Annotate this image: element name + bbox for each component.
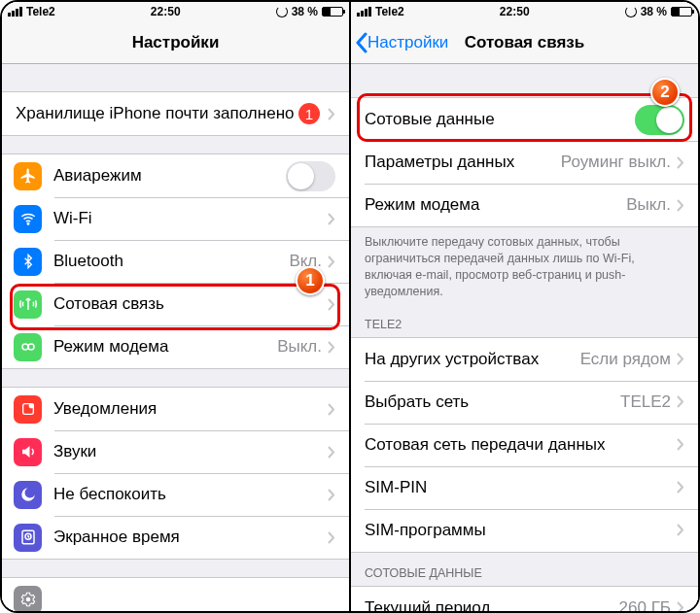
- back-label: Настройки: [368, 33, 448, 52]
- chevron-right-icon: [328, 341, 335, 354]
- chevron-right-icon: [328, 108, 335, 120]
- dnd-icon: [14, 481, 42, 509]
- svg-point-4: [28, 403, 33, 408]
- row-label: Bluetooth: [53, 252, 289, 271]
- row-sim-pin[interactable]: SIM-PIN: [351, 466, 698, 509]
- row-выбрать-сеть[interactable]: Выбрать сетьTELE2: [351, 381, 698, 424]
- chevron-right-icon: [677, 395, 684, 408]
- row-detail: Выкл.: [277, 337, 322, 357]
- loading-icon: [625, 6, 637, 17]
- chevron-right-icon: [328, 298, 335, 311]
- row-звуки[interactable]: Звуки: [2, 430, 349, 473]
- row-label: Сотовые данные: [365, 110, 635, 129]
- battery-pct: 38 %: [641, 5, 667, 18]
- hotspot-icon: [14, 333, 42, 361]
- row-label: Параметры данных: [365, 153, 561, 172]
- clock: 22:50: [151, 5, 181, 18]
- row-label: На других устройствах: [365, 350, 580, 369]
- storage-warning-label: Хранилище iPhone почти заполнено: [16, 104, 298, 123]
- chevron-right-icon: [328, 531, 335, 544]
- row-уведомления[interactable]: Уведомления: [2, 388, 349, 430]
- row-авиарежим[interactable]: Авиарежим: [2, 154, 349, 197]
- row-режим-модема[interactable]: Режим модемаВыкл.: [2, 325, 349, 368]
- carrier: Tele2: [26, 5, 55, 18]
- row-label: Авиарежим: [53, 166, 286, 186]
- clock: 22:50: [500, 5, 530, 18]
- chevron-right-icon: [328, 255, 335, 268]
- row-label: Текущий период: [365, 598, 619, 612]
- nav-bar: Настройки: [2, 21, 349, 64]
- row-sim-программы[interactable]: SIM-программы: [351, 509, 698, 552]
- svg-point-0: [27, 223, 29, 225]
- chevron-right-icon: [328, 213, 335, 225]
- svg-point-7: [25, 597, 30, 602]
- row-detail: Роуминг выкл.: [561, 153, 671, 172]
- chevron-right-icon: [677, 438, 684, 451]
- carrier: Tele2: [375, 5, 404, 18]
- status-bar: Tele2 22:50 38 %: [351, 2, 698, 21]
- row-не-беспокоить[interactable]: Не беспокоить: [2, 473, 349, 516]
- row-detail: Если рядом: [580, 350, 671, 369]
- back-button[interactable]: Настройки: [355, 32, 448, 53]
- cellular-icon: [14, 290, 42, 319]
- row-сотовые-данные[interactable]: Сотовые данные: [351, 98, 698, 141]
- screentime-icon: [14, 524, 42, 552]
- row-detail: 260 ГБ: [619, 598, 671, 612]
- airplane-icon: [14, 162, 42, 190]
- tele2-header: TELE2: [351, 304, 698, 337]
- row-label: SIM-PIN: [365, 478, 677, 497]
- row-label: Режим модема: [53, 337, 277, 357]
- callout-1: 1: [296, 266, 325, 295]
- cellular-footer: Выключите передачу сотовых данных, чтобы…: [351, 227, 698, 304]
- chevron-right-icon: [328, 403, 335, 416]
- storage-badge: 1: [298, 103, 320, 124]
- row-label: Сотовая связь: [53, 294, 322, 314]
- svg-point-2: [28, 344, 34, 350]
- row-режим-модема[interactable]: Режим модемаВыкл.: [351, 184, 698, 226]
- row-параметры-данных[interactable]: Параметры данныхРоуминг выкл.: [351, 141, 698, 184]
- row-label: Экранное время: [53, 528, 328, 547]
- page-title: Сотовая связь: [465, 33, 585, 52]
- chevron-right-icon: [677, 199, 684, 212]
- chevron-right-icon: [677, 601, 684, 611]
- row-wi-fi[interactable]: Wi-Fi: [2, 197, 349, 240]
- chevron-right-icon: [677, 524, 684, 536]
- chevron-right-icon: [677, 481, 684, 494]
- loading-icon: [276, 6, 288, 17]
- callout-2: 2: [650, 78, 680, 107]
- wifi-icon: [14, 205, 42, 233]
- page-title: Настройки: [132, 33, 220, 52]
- row-label: Уведомления: [53, 399, 328, 419]
- row-экранное-время[interactable]: Экранное время: [2, 516, 349, 559]
- gear-icon: [14, 586, 42, 612]
- row-label: SIM-программы: [365, 521, 677, 540]
- battery-icon: [671, 7, 692, 17]
- row-на-других-устройствах[interactable]: На других устройствахЕсли рядом: [351, 338, 698, 381]
- chevron-right-icon: [677, 156, 684, 169]
- settings-general-row[interactable]: [2, 578, 349, 611]
- row-label: Звуки: [53, 442, 328, 461]
- battery-pct: 38 %: [292, 5, 318, 18]
- bluetooth-icon: [14, 248, 42, 276]
- storage-warning-row[interactable]: Хранилище iPhone почти заполнено 1: [2, 92, 349, 135]
- toggle[interactable]: [286, 161, 335, 191]
- row-текущий-период[interactable]: Текущий период260 ГБ: [351, 587, 698, 612]
- row-сотовая-связь[interactable]: Сотовая связь: [2, 283, 349, 325]
- chevron-right-icon: [677, 353, 684, 365]
- toggle[interactable]: [635, 105, 684, 135]
- svg-point-1: [22, 344, 28, 350]
- signal-icon: [357, 7, 371, 17]
- row-label: Не беспокоить: [53, 485, 328, 504]
- notifications-icon: [14, 395, 42, 424]
- row-label: Wi-Fi: [53, 209, 322, 228]
- sounds-icon: [14, 438, 42, 466]
- nav-bar: Настройки Сотовая связь: [351, 21, 698, 64]
- signal-icon: [8, 7, 22, 17]
- row-label: Сотовая сеть передачи данных: [365, 435, 677, 455]
- cellular-data-header: СОТОВЫЕ ДАННЫЕ: [351, 553, 698, 586]
- row-сотовая-сеть-передачи-данных[interactable]: Сотовая сеть передачи данных: [351, 424, 698, 466]
- chevron-right-icon: [328, 489, 335, 501]
- status-bar: Tele2 22:50 38 %: [2, 2, 349, 21]
- row-label: Режим модема: [365, 195, 626, 215]
- row-detail: TELE2: [620, 392, 671, 412]
